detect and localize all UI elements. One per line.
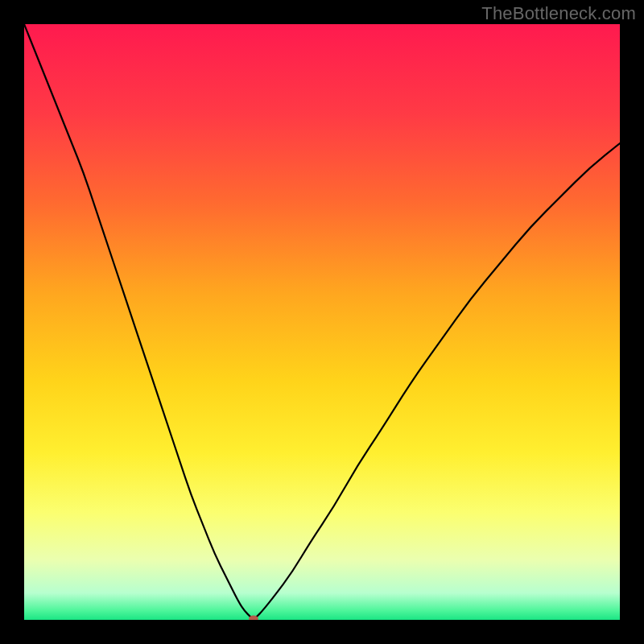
watermark-text: TheBottleneck.com — [481, 3, 636, 24]
chart-background — [24, 24, 620, 620]
plot-area — [24, 24, 620, 620]
chart-frame: TheBottleneck.com — [0, 0, 644, 644]
chart-svg — [24, 24, 620, 620]
